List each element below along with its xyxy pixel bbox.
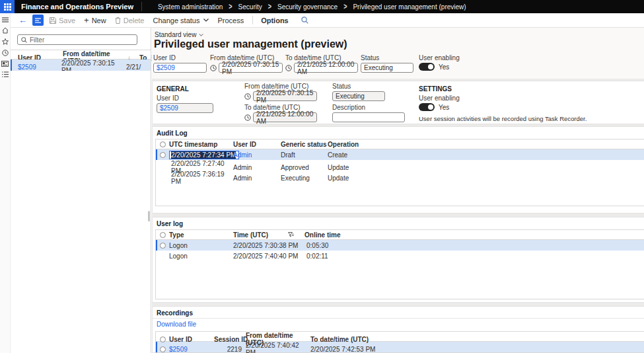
status-field[interactable]: Executing [361,63,413,73]
delete-button[interactable]: Delete [115,17,145,24]
select-all-radio[interactable] [160,336,166,342]
panel-scrollbar-thumb[interactable] [148,211,150,221]
chevron-right-icon: > [229,2,232,11]
back-arrow-icon[interactable]: ← [18,15,27,25]
recordings-title[interactable]: Recordings [153,307,644,317]
table-row[interactable]: Logon 2/20/2025 7:30:38 PM 0:05:30 [156,240,644,251]
hamburger-menu-icon[interactable] [2,17,9,22]
top-app-bar: Finance and Operations Preview System ad… [0,0,644,13]
select-all-radio[interactable] [160,232,166,238]
column-header-generic-status[interactable]: Generic status [281,141,328,148]
row-radio[interactable] [160,243,166,249]
online-time-cell: 0:02:11 [299,253,644,260]
user-id-field[interactable]: $2509 [157,103,213,113]
table-row[interactable]: Logon 2/20/2025 7:40:40 PM 0:02:11 [156,251,644,261]
user-id-link[interactable]: Admin [233,151,281,159]
chevron-right-icon: > [343,2,347,11]
record-to-date: 2/21/ [126,63,146,71]
section-divider [153,318,644,319]
row-radio[interactable] [160,152,166,158]
table-row[interactable]: 2/20/2025 7:36:19 PM Admin Executing Upd… [156,171,644,181]
description-field[interactable] [332,112,405,122]
status-label: Status [332,83,405,90]
column-header-time[interactable]: Time (UTC) [233,231,299,239]
breadcrumb-item[interactable]: Security governance [277,3,338,11]
audit-log-title[interactable]: Audit Log [153,127,644,137]
column-header-operation[interactable]: Operation [328,141,644,148]
row-radio[interactable] [160,346,166,352]
column-header-session-id[interactable]: Session ID [214,336,246,343]
new-button[interactable]: + New [84,15,106,25]
favorites-star-icon[interactable] [2,38,9,45]
select-all-radio[interactable] [160,141,166,147]
show-list-button[interactable] [32,15,44,26]
user-enabling-label: User enabling [419,54,460,61]
clock-icon [244,93,251,100]
user-log-grid: Type Time (UTC) Online time Logon 2/20/2… [155,229,644,299]
view-selector[interactable]: Standard view [155,31,203,38]
column-header-to[interactable]: To date/time (UTC) [310,336,644,343]
save-button[interactable]: Save [50,17,75,24]
toggle-value: Yes [439,104,449,111]
options-tab[interactable]: Options [261,17,289,24]
type-cell: Logon [169,242,233,249]
breadcrumb-item[interactable]: Security [238,3,262,11]
breadcrumb-item[interactable]: System administration [158,3,223,11]
general-section-title[interactable]: GENERAL [157,83,216,93]
user-enabling-toggle[interactable] [419,103,435,111]
table-row[interactable]: 2/20/2025 7:27:40 PM Admin Approved Upda… [156,160,644,171]
page-title: Privileged user management (preview) [154,38,347,50]
table-row[interactable]: $2509 2219 2/20/2025 7:40:42 PM 2/20/202… [156,342,644,352]
recent-clock-icon[interactable] [2,50,9,56]
session-id-cell: 2219 [214,346,246,353]
main-content: Standard view Privileged user management… [152,28,644,353]
save-icon [50,17,56,24]
download-file-link[interactable]: Download file [157,321,196,328]
status-field[interactable]: Executing [332,91,385,101]
recordings-grid: User ID Session ID From date/time (UTC) … [155,331,644,353]
user-id-field[interactable]: $2509 [153,63,207,73]
list-item[interactable]: $2509 2/20/2025 7:30:15 PM 2/21/ [11,59,151,71]
home-icon[interactable] [2,27,9,34]
user-id-cell: Admin [233,175,281,182]
chevron-right-icon: > [268,2,271,11]
search-icon[interactable] [301,17,308,24]
record-user-id-link[interactable]: $2509 [18,63,61,71]
clock-icon [244,114,251,121]
list-header-row: User ID From date/time (UTC) ↓ To⋮ [11,50,151,59]
user-enabling-toggle[interactable] [419,63,435,71]
recordings-header-row: User ID Session ID From date/time (UTC) … [156,332,644,342]
breadcrumb-item[interactable]: Privileged user management (preview) [353,3,466,11]
column-header-user-id[interactable]: User ID [169,336,214,343]
to-datetime-field[interactable]: 2/21/2025 12:00:00 AM [253,112,317,122]
column-header-utc-timestamp[interactable]: UTC timestamp [169,141,233,148]
user-log-title[interactable]: User log [153,217,644,227]
task-list-icon[interactable] [2,71,9,77]
app-title[interactable]: Finance and Operations Preview [15,3,141,11]
chevron-down-icon [203,19,209,22]
to-datetime-field[interactable]: 2/21/2025 12:00:00 AM [294,63,358,73]
table-row[interactable]: 2/20/2025 7:27:34 PM Admin Draft Create [156,149,644,160]
description-label: Description [332,104,405,111]
timestamp-cell: 2/20/2025 7:36:19 PM [169,171,233,185]
filter-input[interactable]: Filter [17,34,137,45]
app-launcher-waffle-icon[interactable] [0,0,15,13]
process-button[interactable]: Process [217,17,244,24]
action-pane-toolbar: ← Save + New Delete Change status Proces… [11,13,644,28]
generic-status-cell: Approved [281,164,328,171]
column-header-user-id[interactable]: User ID [233,141,281,148]
column-header-online-time[interactable]: Online time [299,231,644,239]
user-id-link[interactable]: $2509 [169,346,214,353]
from-datetime-field[interactable]: 2/20/2025 07:30:15 PM [253,91,317,101]
general-section: GENERAL User ID $2509 From date/time (UT… [152,81,644,124]
clock-icon [210,65,217,71]
change-status-menu[interactable]: Change status [153,17,209,24]
column-header-type[interactable]: Type [169,231,233,239]
timestamp-edit-cell[interactable]: 2/20/2025 7:27:34 PM [169,151,239,159]
user-log-header-row: Type Time (UTC) Online time [156,230,644,240]
trash-icon [115,17,121,24]
message-center-icon[interactable] [1,61,9,67]
filter-funnel-icon[interactable] [288,232,294,237]
from-datetime-field[interactable]: 2/20/2025 07:30:15 PM [219,63,283,73]
settings-section-title[interactable]: SETTINGS [419,83,587,93]
